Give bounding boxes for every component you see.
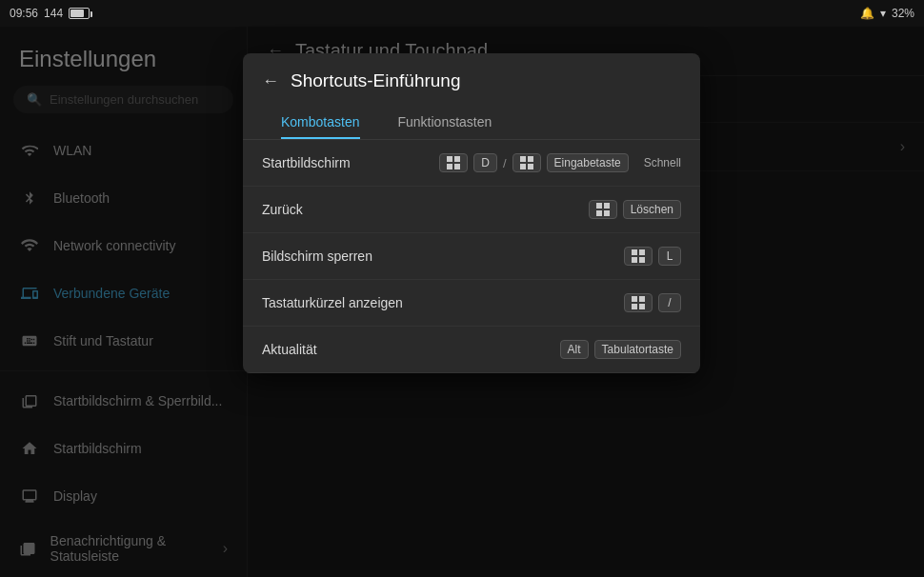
shortcut-row-startbildschirm: Startbildschirm D / Eingabetaste Schnell bbox=[243, 140, 700, 187]
mute-icon: 🔔 bbox=[860, 7, 874, 20]
shortcut-keys-startbildschirm: D / Eingabetaste Schnell bbox=[439, 153, 681, 172]
shortcut-keys-zurueck: Löschen bbox=[589, 200, 681, 219]
alt-key: Alt bbox=[560, 340, 589, 359]
shortcuts-list: Startbildschirm D / Eingabetaste Schnell… bbox=[243, 140, 700, 373]
status-right: 🔔 ▾ 32% bbox=[860, 7, 914, 20]
status-left: 09:56 144 bbox=[10, 7, 90, 20]
win-key-3 bbox=[589, 200, 617, 219]
tab-kombotasten[interactable]: Kombotasten bbox=[262, 105, 379, 139]
battery-icon bbox=[69, 8, 90, 19]
shortcut-keys-aktualitaet: Alt Tabulatortaste bbox=[560, 340, 681, 359]
win-key-2 bbox=[512, 153, 541, 172]
win-key-5 bbox=[624, 293, 653, 312]
shortcut-label-aktualitaet: Aktualität bbox=[262, 342, 414, 357]
shortcut-row-zurueck: Zurück Löschen bbox=[243, 187, 700, 233]
tab-funktionstasten[interactable]: Funktionstasten bbox=[379, 105, 512, 139]
dialog-back-button[interactable]: ← bbox=[262, 71, 279, 91]
dialog-backdrop[interactable]: ← Shortcuts-Einführung Kombotasten Funkt… bbox=[0, 27, 924, 577]
time-display: 09:56 bbox=[10, 7, 38, 20]
shortcut-label-startbildschirm: Startbildschirm bbox=[262, 155, 414, 170]
win-key-4 bbox=[624, 247, 653, 266]
shortcut-sep-1: / bbox=[503, 156, 507, 170]
tab-key: Tabulatortaste bbox=[594, 340, 681, 359]
shortcut-keys-sperren: L bbox=[624, 247, 681, 266]
battery-text: 144 bbox=[44, 7, 63, 20]
enter-key: Eingabetaste bbox=[547, 153, 629, 172]
shortcut-label-tastatur: Tastaturkürzel anzeigen bbox=[262, 295, 414, 310]
win-key-1 bbox=[439, 153, 468, 172]
shortcut-label-sperren: Bildschirm sperren bbox=[262, 249, 414, 264]
shortcut-keys-tastatur: / bbox=[624, 293, 681, 312]
dialog-title: Shortcuts-Einführung bbox=[291, 70, 461, 91]
d-key: D bbox=[473, 153, 497, 172]
battery-percent: 32% bbox=[892, 7, 914, 20]
shortcut-row-aktualitaet: Aktualität Alt Tabulatortaste bbox=[243, 327, 700, 373]
dialog-header: ← Shortcuts-Einführung bbox=[243, 53, 700, 105]
dialog-tabs: Kombotasten Funktionstasten bbox=[243, 105, 700, 140]
loeschen-key: Löschen bbox=[623, 200, 681, 219]
status-bar: 09:56 144 🔔 ▾ 32% bbox=[0, 0, 924, 27]
l-key: L bbox=[658, 247, 681, 266]
shortcuts-dialog: ← Shortcuts-Einführung Kombotasten Funkt… bbox=[243, 53, 700, 373]
shortcut-row-tastatur: Tastaturkürzel anzeigen / bbox=[243, 280, 700, 327]
shortcut-row-sperren: Bildschirm sperren L bbox=[243, 233, 700, 280]
wifi-status-icon: ▾ bbox=[880, 7, 886, 20]
shortcut-schnell: Schnell bbox=[644, 156, 681, 169]
slash-key: / bbox=[658, 293, 681, 312]
shortcut-label-zurueck: Zurück bbox=[262, 202, 414, 217]
